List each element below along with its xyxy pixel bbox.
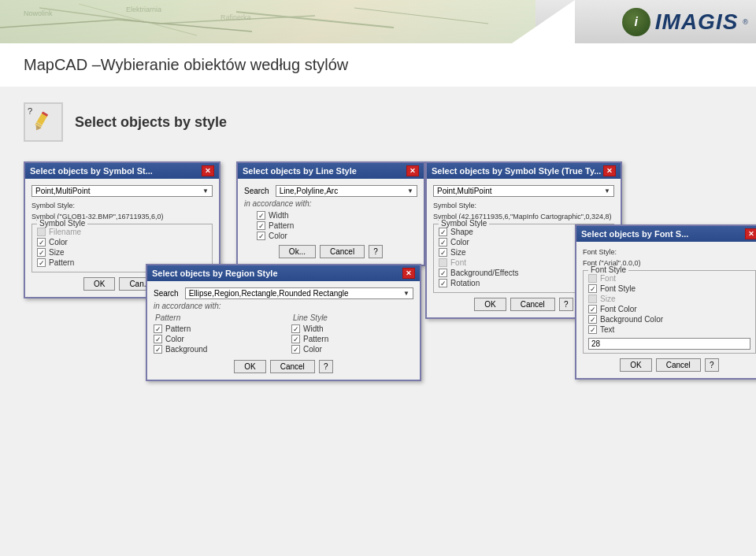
dialog-region-ok[interactable]: OK: [234, 360, 265, 373]
cb-font2[interactable]: [588, 274, 597, 283]
cb-rotation-label: Rotation: [450, 279, 480, 287]
cb-size2[interactable]: [439, 248, 447, 257]
cb-size3-label: Size: [600, 295, 615, 303]
cb-font[interactable]: [439, 258, 447, 267]
svg-line-3: [236, 12, 394, 28]
cb-color4-label: Color: [303, 345, 322, 354]
dialog-font-cancel[interactable]: Cancel: [656, 358, 701, 372]
cb-pattern2[interactable]: [257, 221, 265, 230]
pencil-icon-box: ?: [24, 102, 63, 142]
dialog-symbol2-combo[interactable]: Point,MultiPoint ▼: [433, 185, 614, 197]
cb-pattern-label: Pattern: [49, 258, 74, 267]
dialog-region-combo[interactable]: Ellipse,Region,Rectangle,Rounded Rectang…: [185, 287, 413, 299]
select-objects-label: Select objects by style: [75, 114, 227, 131]
cb-color5[interactable]: [439, 238, 447, 246]
dialog-region-close[interactable]: ✕: [402, 268, 415, 279]
dialog-font-groupbox-title: Font Style: [588, 265, 628, 274]
dialog-symbol2-cancel[interactable]: Cancel: [510, 298, 555, 311]
dialog-symbol1-combo[interactable]: Point,MultiPoint ▼: [32, 185, 213, 197]
cb-row-font2: Font: [588, 274, 750, 283]
dialog-region-combo-value: Ellipse,Region,Rectangle,Rounded Rectang…: [189, 289, 349, 298]
dialog-font-style-label: Font Style:: [583, 248, 756, 256]
dialog-line-combo[interactable]: Line,Polyline,Arc ▼: [276, 185, 417, 197]
dialog-symbol2-titlebar: Select objects by Symbol Style (True Ty.…: [427, 163, 621, 179]
cb-bgeffects[interactable]: [439, 269, 447, 277]
dialog-region-accordance: in accordance with:: [154, 302, 413, 310]
cb-text-label: Text: [600, 325, 614, 334]
svg-line-5: [118, 20, 252, 32]
cb-filename[interactable]: [37, 228, 46, 236]
dialog-region-help[interactable]: ?: [319, 360, 333, 373]
dialog-region-linestyle-label: Line Style: [291, 313, 413, 322]
dialog-region-linestyle-col: Line Style Width Pattern Color: [291, 313, 413, 355]
cb-font2-label: Font: [600, 274, 616, 283]
dialog-font-help[interactable]: ?: [705, 358, 719, 372]
svg-line-4: [0, 20, 118, 28]
dialog-region: Select objects by Region Style ✕ Search …: [146, 264, 421, 381]
cb-pattern3[interactable]: [154, 324, 162, 333]
cb-pattern4[interactable]: [291, 335, 300, 343]
dialog-region-search-row: Search Ellipse,Region,Rectangle,Rounded …: [154, 287, 413, 299]
cb-color[interactable]: [37, 238, 46, 246]
cb-text[interactable]: [588, 325, 597, 334]
dialog-region-cancel[interactable]: Cancel: [270, 360, 315, 373]
dialog-font-close[interactable]: ✕: [745, 228, 756, 239]
cb-pattern[interactable]: [37, 258, 46, 267]
cb-size2-label: Size: [450, 248, 465, 257]
cb-filename-label: Filename: [49, 228, 81, 236]
cb-pattern3-label: Pattern: [165, 324, 191, 333]
dialog-symbol2-close[interactable]: ✕: [603, 165, 616, 176]
dialog-symbol1-combo-row: Point,MultiPoint ▼: [32, 185, 213, 197]
dialog-symbol2-help[interactable]: ?: [559, 298, 573, 311]
cb-size-label: Size: [49, 248, 64, 257]
cb-bgcolor[interactable]: [588, 315, 597, 324]
logo-icon: i: [622, 8, 650, 36]
cb-row-width: Width: [257, 211, 417, 220]
cb-font-label: Font: [450, 258, 466, 267]
dialog-font-ok[interactable]: OK: [620, 358, 651, 372]
dialog-region-search-label: Search: [154, 289, 179, 298]
cb-width[interactable]: [257, 211, 265, 220]
svg-line-6: [354, 8, 488, 24]
dialog-line-cancel[interactable]: Cancel: [320, 245, 365, 258]
combo-arrow-icon: ▼: [202, 187, 209, 195]
content-area: ? Select objects by style Select objects…: [0, 87, 756, 556]
cb-row-color: Color: [37, 238, 207, 246]
cb-fontcolor[interactable]: [588, 305, 597, 313]
cb-color3[interactable]: [154, 335, 162, 343]
dialog-line-ok[interactable]: Ok...: [279, 245, 316, 258]
combo-arrow2-icon: ▼: [407, 187, 413, 195]
cb-size[interactable]: [37, 248, 46, 257]
cb-size3[interactable]: [588, 295, 597, 303]
pencil-svg: [32, 110, 55, 134]
map-lines-svg: Nowolink Elektriarnia Rafinerka: [0, 0, 536, 43]
cb-shape[interactable]: [439, 228, 447, 236]
cb-pattern2-label: Pattern: [269, 221, 294, 230]
cb-row-fontcolor: Font Color: [588, 305, 750, 313]
cb-width-label: Width: [269, 211, 289, 220]
text-input[interactable]: [588, 338, 750, 350]
cb-width2[interactable]: [291, 324, 300, 333]
cb-rotation[interactable]: [439, 279, 447, 287]
top-bar: Nowolink Elektriarnia Rafinerka i IMAGIS…: [0, 0, 756, 43]
cb-row-pattern3: Pattern: [154, 324, 276, 333]
dialog-region-body: Search Ellipse,Region,Rectangle,Rounded …: [147, 281, 420, 380]
cb-background[interactable]: [154, 345, 162, 354]
cb-shape-label: Shape: [450, 228, 473, 236]
cb-row-pattern4: Pattern: [291, 335, 413, 343]
dialog-line-close[interactable]: ✕: [406, 165, 419, 176]
dialog-symbol2-ok[interactable]: OK: [474, 298, 506, 311]
cb-row-text: Text: [588, 325, 750, 334]
cb-pattern4-label: Pattern: [303, 335, 328, 343]
dialog-font-groupbox: Font Style Font Font Style Size: [583, 270, 756, 354]
dialog-symbol2-title: Select objects by Symbol Style (True Ty.…: [432, 166, 601, 176]
cb-fontstyle[interactable]: [588, 284, 597, 293]
dialog-symbol1-ok[interactable]: OK: [83, 277, 115, 291]
cb-color2[interactable]: [257, 232, 265, 240]
cb-color4[interactable]: [291, 345, 300, 354]
dialog-line-help[interactable]: ?: [369, 245, 383, 258]
map-background: Nowolink Elektriarnia Rafinerka: [0, 0, 536, 43]
dialog-font-title: Select objects by Font S...: [581, 229, 688, 239]
dialog-symbol1-close[interactable]: ✕: [202, 165, 214, 176]
cb-row-pattern2: Pattern: [257, 221, 417, 230]
